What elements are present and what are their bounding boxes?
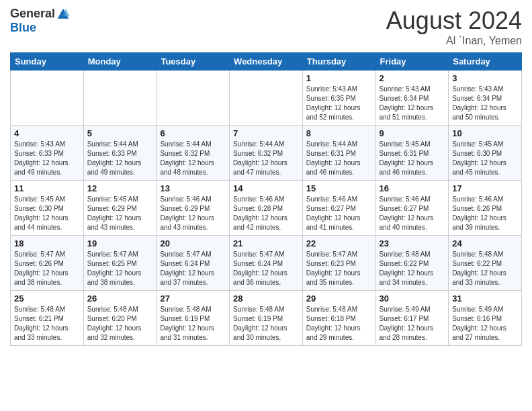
day-number: 1 xyxy=(306,73,372,83)
day-number: 30 xyxy=(380,293,445,304)
day-number: 16 xyxy=(380,183,445,193)
day-info: Sunrise: 5:47 AM Sunset: 6:25 PM Dayligh… xyxy=(87,250,153,287)
calendar-cell: 21Sunrise: 5:47 AM Sunset: 6:24 PM Dayli… xyxy=(230,236,303,291)
day-info: Sunrise: 5:48 AM Sunset: 6:22 PM Dayligh… xyxy=(452,250,518,287)
day-number: 5 xyxy=(87,128,153,138)
calendar-day-header: Friday xyxy=(375,53,449,71)
day-info: Sunrise: 5:43 AM Sunset: 6:34 PM Dayligh… xyxy=(452,85,518,122)
calendar-cell: 5Sunrise: 5:44 AM Sunset: 6:33 PM Daylig… xyxy=(83,126,157,181)
logo-general-text: General xyxy=(10,7,55,21)
day-number: 25 xyxy=(14,293,80,304)
calendar-cell: 11Sunrise: 5:45 AM Sunset: 6:30 PM Dayli… xyxy=(11,181,84,236)
logo-blue-text: Blue xyxy=(10,21,36,35)
day-info: Sunrise: 5:48 AM Sunset: 6:18 PM Dayligh… xyxy=(306,305,372,342)
calendar-cell: 26Sunrise: 5:48 AM Sunset: 6:20 PM Dayli… xyxy=(83,291,157,346)
day-info: Sunrise: 5:45 AM Sunset: 6:31 PM Dayligh… xyxy=(380,140,445,177)
calendar-cell: 23Sunrise: 5:48 AM Sunset: 6:22 PM Dayli… xyxy=(375,236,449,291)
day-info: Sunrise: 5:49 AM Sunset: 6:16 PM Dayligh… xyxy=(452,305,518,342)
logo-icon xyxy=(56,7,70,21)
day-info: Sunrise: 5:48 AM Sunset: 6:19 PM Dayligh… xyxy=(160,305,226,342)
calendar-cell: 30Sunrise: 5:49 AM Sunset: 6:17 PM Dayli… xyxy=(375,291,449,346)
day-info: Sunrise: 5:47 AM Sunset: 6:24 PM Dayligh… xyxy=(233,250,299,287)
calendar-table: SundayMondayTuesdayWednesdayThursdayFrid… xyxy=(10,52,522,346)
calendar-day-header: Saturday xyxy=(449,53,522,71)
calendar-cell: 1Sunrise: 5:43 AM Sunset: 6:35 PM Daylig… xyxy=(302,71,375,126)
day-number: 6 xyxy=(160,128,226,138)
calendar-week-row: 1Sunrise: 5:43 AM Sunset: 6:35 PM Daylig… xyxy=(11,71,522,126)
day-info: Sunrise: 5:46 AM Sunset: 6:28 PM Dayligh… xyxy=(233,195,299,232)
day-info: Sunrise: 5:43 AM Sunset: 6:33 PM Dayligh… xyxy=(14,140,80,177)
day-number: 9 xyxy=(380,128,445,138)
calendar-cell: 18Sunrise: 5:47 AM Sunset: 6:26 PM Dayli… xyxy=(11,236,84,291)
calendar-cell: 12Sunrise: 5:45 AM Sunset: 6:29 PM Dayli… xyxy=(83,181,157,236)
day-info: Sunrise: 5:43 AM Sunset: 6:34 PM Dayligh… xyxy=(380,85,445,122)
calendar-cell: 13Sunrise: 5:46 AM Sunset: 6:29 PM Dayli… xyxy=(157,181,230,236)
day-info: Sunrise: 5:43 AM Sunset: 6:35 PM Dayligh… xyxy=(306,85,372,122)
day-number: 22 xyxy=(306,238,372,248)
day-info: Sunrise: 5:44 AM Sunset: 6:33 PM Dayligh… xyxy=(87,140,153,177)
day-number: 19 xyxy=(87,238,153,248)
calendar-cell: 10Sunrise: 5:45 AM Sunset: 6:30 PM Dayli… xyxy=(449,126,522,181)
calendar-cell: 22Sunrise: 5:47 AM Sunset: 6:23 PM Dayli… xyxy=(302,236,375,291)
day-info: Sunrise: 5:45 AM Sunset: 6:29 PM Dayligh… xyxy=(87,195,153,232)
calendar-week-row: 4Sunrise: 5:43 AM Sunset: 6:33 PM Daylig… xyxy=(11,126,522,181)
day-number: 8 xyxy=(306,128,372,138)
calendar-header-row: SundayMondayTuesdayWednesdayThursdayFrid… xyxy=(11,53,522,71)
day-info: Sunrise: 5:47 AM Sunset: 6:23 PM Dayligh… xyxy=(306,250,372,287)
calendar-cell: 14Sunrise: 5:46 AM Sunset: 6:28 PM Dayli… xyxy=(230,181,303,236)
day-number: 27 xyxy=(160,293,226,304)
page-header: General Blue August 2024 Al `Inan, Yemen xyxy=(10,7,522,47)
calendar-cell: 19Sunrise: 5:47 AM Sunset: 6:25 PM Dayli… xyxy=(83,236,157,291)
day-info: Sunrise: 5:48 AM Sunset: 6:21 PM Dayligh… xyxy=(14,305,80,342)
calendar-cell xyxy=(157,71,230,126)
day-number: 21 xyxy=(233,238,299,248)
logo: General Blue xyxy=(10,7,70,35)
day-number: 18 xyxy=(14,238,80,248)
day-number: 13 xyxy=(160,183,226,193)
day-number: 11 xyxy=(14,183,80,193)
day-info: Sunrise: 5:46 AM Sunset: 6:27 PM Dayligh… xyxy=(306,195,372,232)
calendar-day-header: Sunday xyxy=(11,53,84,71)
day-info: Sunrise: 5:46 AM Sunset: 6:29 PM Dayligh… xyxy=(160,195,226,232)
calendar-week-row: 18Sunrise: 5:47 AM Sunset: 6:26 PM Dayli… xyxy=(11,236,522,291)
day-number: 24 xyxy=(452,238,518,248)
location-subtitle: Al `Inan, Yemen xyxy=(386,35,522,47)
day-number: 12 xyxy=(87,183,153,193)
day-number: 3 xyxy=(452,73,518,83)
calendar-body: 1Sunrise: 5:43 AM Sunset: 6:35 PM Daylig… xyxy=(11,71,522,346)
calendar-week-row: 11Sunrise: 5:45 AM Sunset: 6:30 PM Dayli… xyxy=(11,181,522,236)
calendar-day-header: Wednesday xyxy=(230,53,303,71)
calendar-cell xyxy=(11,71,84,126)
calendar-cell: 24Sunrise: 5:48 AM Sunset: 6:22 PM Dayli… xyxy=(449,236,522,291)
calendar-cell: 6Sunrise: 5:44 AM Sunset: 6:32 PM Daylig… xyxy=(157,126,230,181)
day-info: Sunrise: 5:46 AM Sunset: 6:26 PM Dayligh… xyxy=(452,195,518,232)
day-number: 10 xyxy=(452,128,518,138)
day-info: Sunrise: 5:45 AM Sunset: 6:30 PM Dayligh… xyxy=(14,195,80,232)
calendar-day-header: Monday xyxy=(83,53,157,71)
day-info: Sunrise: 5:44 AM Sunset: 6:32 PM Dayligh… xyxy=(233,140,299,177)
calendar-cell: 28Sunrise: 5:48 AM Sunset: 6:19 PM Dayli… xyxy=(230,291,303,346)
day-info: Sunrise: 5:48 AM Sunset: 6:22 PM Dayligh… xyxy=(380,250,445,287)
calendar-cell: 17Sunrise: 5:46 AM Sunset: 6:26 PM Dayli… xyxy=(449,181,522,236)
day-info: Sunrise: 5:46 AM Sunset: 6:27 PM Dayligh… xyxy=(380,195,445,232)
calendar-day-header: Thursday xyxy=(302,53,375,71)
calendar-cell xyxy=(230,71,303,126)
day-info: Sunrise: 5:48 AM Sunset: 6:20 PM Dayligh… xyxy=(87,305,153,342)
calendar-week-row: 25Sunrise: 5:48 AM Sunset: 6:21 PM Dayli… xyxy=(11,291,522,346)
day-number: 2 xyxy=(380,73,445,83)
day-number: 20 xyxy=(160,238,226,248)
day-number: 7 xyxy=(233,128,299,138)
day-info: Sunrise: 5:49 AM Sunset: 6:17 PM Dayligh… xyxy=(380,305,445,342)
calendar-cell xyxy=(83,71,157,126)
calendar-cell: 7Sunrise: 5:44 AM Sunset: 6:32 PM Daylig… xyxy=(230,126,303,181)
day-info: Sunrise: 5:48 AM Sunset: 6:19 PM Dayligh… xyxy=(233,305,299,342)
calendar-cell: 25Sunrise: 5:48 AM Sunset: 6:21 PM Dayli… xyxy=(11,291,84,346)
day-number: 17 xyxy=(452,183,518,193)
title-block: August 2024 Al `Inan, Yemen xyxy=(386,7,522,47)
day-info: Sunrise: 5:44 AM Sunset: 6:31 PM Dayligh… xyxy=(306,140,372,177)
day-info: Sunrise: 5:44 AM Sunset: 6:32 PM Dayligh… xyxy=(160,140,226,177)
day-info: Sunrise: 5:47 AM Sunset: 6:26 PM Dayligh… xyxy=(14,250,80,287)
calendar-cell: 4Sunrise: 5:43 AM Sunset: 6:33 PM Daylig… xyxy=(11,126,84,181)
day-number: 26 xyxy=(87,293,153,304)
day-info: Sunrise: 5:47 AM Sunset: 6:24 PM Dayligh… xyxy=(160,250,226,287)
